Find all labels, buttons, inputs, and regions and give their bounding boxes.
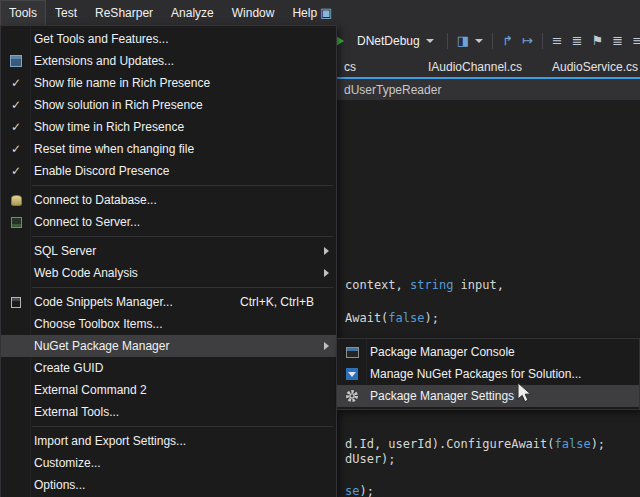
menu-item-label: Connect to Database... — [34, 193, 157, 207]
nuget-package-icon-shape — [346, 368, 358, 380]
step-over-icon[interactable]: ↦ — [522, 33, 533, 48]
tab-iaudiochannel[interactable]: IAudioChannel.cs — [428, 56, 522, 77]
menu-item-reset-time-changing-file[interactable]: ✓Reset time when changing file — [1, 138, 336, 160]
menu-item-customize[interactable]: Customize... — [1, 452, 336, 474]
wand-dropdown-button[interactable]: ◨ — [457, 33, 483, 48]
bookmark-icon[interactable]: ⚑ — [592, 33, 604, 48]
code-text: dUser); — [345, 452, 396, 466]
menu-item-show-solution-rich-presence[interactable]: ✓Show solution in Rich Presence — [1, 94, 336, 116]
menu-item-create-guid[interactable]: Create GUID — [1, 357, 336, 379]
checkmark-icon: ✓ — [1, 138, 31, 160]
debug-target-selector[interactable]: DNetDebug — [353, 32, 438, 50]
checkmark-icon: ✓ — [1, 116, 31, 138]
menubar-item-analyze[interactable]: Analyze — [162, 0, 223, 25]
window-icon: ▣ — [320, 0, 332, 25]
tab-clipped-cs[interactable]: cs — [344, 56, 356, 77]
code-text: ); — [359, 484, 373, 497]
menubar-item-tools[interactable]: Tools — [0, 0, 46, 25]
menu-item-label: Package Manager Console — [370, 345, 515, 359]
list-members-icon[interactable]: ≣ — [612, 33, 623, 48]
menu-separator — [32, 426, 333, 427]
menu-item-label: Options... — [34, 478, 85, 492]
code-text: Await( — [345, 311, 388, 325]
code-keyword: false — [388, 311, 424, 325]
menu-item-label: Connect to Server... — [34, 215, 140, 229]
server-icon — [1, 211, 31, 233]
menu-item-web-code-analysis[interactable]: Web Code Analysis — [1, 262, 336, 284]
chevron-down-icon — [426, 39, 434, 43]
tools-menu: Get Tools and Features... Extensions and… — [0, 25, 337, 497]
type-dropdown[interactable]: dUserTypeReader — [344, 79, 441, 100]
menu-item-external-tools[interactable]: External Tools... — [1, 401, 336, 423]
code-text: context, — [345, 278, 410, 292]
menu-item-connect-to-server[interactable]: Connect to Server... — [1, 211, 336, 233]
code-keyword: string — [410, 278, 453, 292]
menu-item-nuget-package-manager[interactable]: NuGet Package Manager — [1, 335, 336, 357]
menu-item-get-tools-and-features[interactable]: Get Tools and Features... — [1, 28, 336, 50]
menu-item-label: Customize... — [34, 456, 101, 470]
chevron-down-icon — [475, 39, 483, 43]
checkmark-glyph: ✓ — [11, 76, 21, 90]
menu-item-extensions-and-updates[interactable]: Extensions and Updates... — [1, 50, 336, 72]
database-icon — [1, 189, 31, 211]
snippets-icon-shape — [11, 297, 21, 308]
menu-item-import-export-settings[interactable]: Import and Export Settings... — [1, 430, 336, 452]
nuget-submenu: Package Manager Console Manage NuGet Pac… — [336, 338, 640, 410]
code-keyword: false — [555, 437, 591, 451]
snippets-icon — [1, 291, 31, 313]
menu-item-label: Extensions and Updates... — [34, 54, 174, 68]
nuget-package-icon — [337, 363, 367, 385]
toolbar-separator — [492, 33, 493, 49]
start-debugging-icon[interactable] — [336, 36, 344, 46]
menu-item-label: Package Manager Settings — [370, 389, 514, 403]
code-keyword: se — [345, 484, 359, 497]
indent-icon[interactable]: ≣ — [572, 33, 583, 48]
menu-item-label: Show time in Rich Presence — [34, 120, 184, 134]
menu-item-code-snippets-manager[interactable]: Code Snippets Manager...Ctrl+K, Ctrl+B — [1, 291, 336, 313]
gear-icon — [337, 385, 367, 407]
code-line-duser: dUser); — [345, 452, 396, 466]
menu-item-label: Choose Toolbox Items... — [34, 317, 163, 331]
code-text: ); — [424, 311, 438, 325]
menu-item-label: Show solution in Rich Presence — [34, 98, 203, 112]
menu-item-label: Import and Export Settings... — [34, 434, 186, 448]
menubar-item-resharper[interactable]: ReSharper — [86, 0, 162, 25]
menu-item-enable-discord-presence[interactable]: ✓Enable Discord Presence — [1, 160, 336, 182]
menu-item-label: Create GUID — [34, 361, 103, 375]
menu-item-external-command-2[interactable]: External Command 2 — [1, 379, 336, 401]
menu-item-label: External Tools... — [34, 405, 119, 419]
mouse-cursor — [517, 382, 535, 406]
menubar-item-test[interactable]: Test — [46, 0, 86, 25]
checkmark-icon: ✓ — [1, 160, 31, 182]
checkmark-glyph: ✓ — [11, 142, 21, 156]
menu-item-choose-toolbox-items[interactable]: Choose Toolbox Items... — [1, 313, 336, 335]
submenu-item-package-manager-settings[interactable]: Package Manager Settings — [337, 385, 639, 407]
submenu-item-manage-nuget-packages[interactable]: Manage NuGet Packages for Solution... — [337, 363, 639, 385]
code-text: d.Id, userId).ConfigureAwait( — [345, 437, 555, 451]
toolbar-items: DNetDebug ◨ ↱ ↦ ≡ ≣ ⚑ ≣ ≡ — [336, 25, 640, 56]
tab-audioservice[interactable]: AudioService.cs — [552, 56, 638, 77]
goto-definition-icon[interactable]: ↱ — [502, 33, 513, 48]
checkmark-icon: ✓ — [1, 94, 31, 116]
outdent-icon[interactable]: ≡ — [552, 33, 563, 48]
checkmark-glyph: ✓ — [11, 164, 21, 178]
menu-item-label: Manage NuGet Packages for Solution... — [370, 367, 581, 381]
menu-item-show-file-name-rich-presence[interactable]: ✓Show file name in Rich Presence — [1, 72, 336, 94]
extensions-icon — [1, 50, 31, 72]
menu-item-sql-server[interactable]: SQL Server — [1, 240, 336, 262]
code-text: ); — [591, 437, 605, 451]
debug-target-label: DNetDebug — [357, 34, 420, 48]
menu-item-show-time-rich-presence[interactable]: ✓Show time in Rich Presence — [1, 116, 336, 138]
menu-item-options[interactable]: Options... — [1, 474, 336, 496]
menu-bar: Tools Test ReSharper Analyze Window Help… — [0, 0, 640, 25]
submenu-item-package-manager-console[interactable]: Package Manager Console — [337, 341, 639, 363]
submenu-arrow-icon — [324, 342, 329, 350]
word-wrap-icon[interactable]: ≡ — [632, 33, 640, 48]
checkmark-icon: ✓ — [1, 72, 31, 94]
toolbar-separator — [447, 33, 448, 49]
submenu-arrow-icon — [324, 247, 329, 255]
menu-item-connect-to-database[interactable]: Connect to Database... — [1, 189, 336, 211]
console-icon-shape — [346, 347, 359, 358]
console-icon — [337, 341, 367, 363]
menubar-item-window[interactable]: Window — [223, 0, 284, 25]
